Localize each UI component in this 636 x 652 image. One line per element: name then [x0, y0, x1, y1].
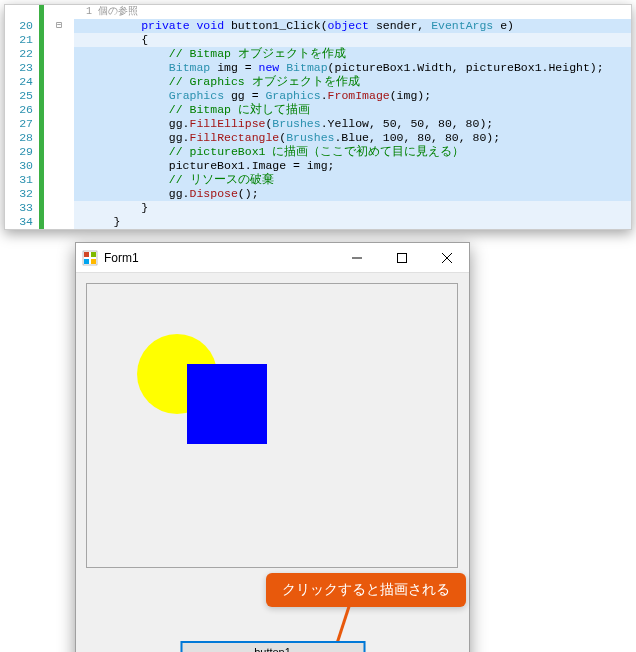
line-number: 34 [5, 215, 39, 229]
fold-toggle-icon[interactable]: ⊟ [44, 19, 74, 33]
code-text[interactable]: // pictureBox1 に描画（ここで初めて目に見える） [74, 145, 631, 159]
line-number: 32 [5, 187, 39, 201]
code-text[interactable]: // Bitmap に対して描画 [74, 103, 631, 117]
titlebar[interactable]: Form1 [76, 243, 469, 273]
code-text[interactable]: gg.FillEllipse(Brushes.Yellow, 50, 50, 8… [74, 117, 631, 131]
code-text[interactable]: pictureBox1.Image = img; [74, 159, 631, 173]
line-number: 27 [5, 117, 39, 131]
svg-rect-1 [84, 252, 89, 257]
code-text[interactable]: // Bitmap オブジェクトを作成 [74, 47, 631, 61]
line-number: 25 [5, 89, 39, 103]
maximize-button[interactable] [379, 243, 424, 273]
code-text[interactable]: // リソースの破棄 [74, 173, 631, 187]
svg-rect-4 [91, 259, 96, 264]
line-number: 22 [5, 47, 39, 61]
close-button[interactable] [424, 243, 469, 273]
line-number: 29 [5, 145, 39, 159]
code-text[interactable]: { [74, 33, 631, 47]
code-text[interactable]: Graphics gg = Graphics.FromImage(img); [74, 89, 631, 103]
line-number: 26 [5, 103, 39, 117]
minimize-button[interactable] [334, 243, 379, 273]
line-number: 24 [5, 75, 39, 89]
line-number [5, 5, 39, 19]
button1[interactable]: button1 [180, 641, 365, 652]
window-title: Form1 [104, 251, 334, 265]
svg-rect-2 [91, 252, 96, 257]
code-text[interactable]: // Graphics オブジェクトを作成 [74, 75, 631, 89]
fold-gutter [44, 5, 74, 19]
line-number: 20 [5, 19, 39, 33]
form-window: Form1 クリックすると描画される button1 [75, 242, 470, 652]
code-text[interactable]: } [74, 215, 631, 229]
picturebox [86, 283, 458, 568]
svg-rect-3 [84, 259, 89, 264]
line-number: 33 [5, 201, 39, 215]
client-area: クリックすると描画される button1 [76, 273, 469, 652]
line-number: 31 [5, 173, 39, 187]
line-number: 28 [5, 131, 39, 145]
line-number: 21 [5, 33, 39, 47]
app-icon [82, 250, 98, 266]
annotation-callout: クリックすると描画される [266, 573, 466, 607]
line-number: 23 [5, 61, 39, 75]
codelens-reference[interactable]: 1 個の参照 [74, 5, 631, 19]
code-text[interactable]: Bitmap img = new Bitmap(pictureBox1.Widt… [74, 61, 631, 75]
line-number: 30 [5, 159, 39, 173]
code-text[interactable]: gg.FillRectangle(Brushes.Blue, 100, 80, … [74, 131, 631, 145]
code-text[interactable]: private void button1_Click(object sender… [74, 19, 631, 33]
code-text[interactable]: } [74, 201, 631, 215]
code-text[interactable]: gg.Dispose(); [74, 187, 631, 201]
blue-rectangle-shape [187, 364, 267, 444]
svg-rect-6 [397, 253, 406, 262]
code-editor[interactable]: 1 個の参照 20 ⊟ private void button1_Click(o… [4, 4, 632, 230]
